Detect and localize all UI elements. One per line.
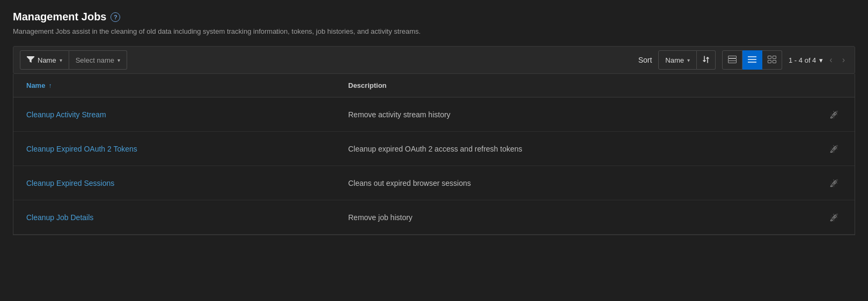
column-description-header: Description <box>348 81 842 89</box>
rocket-icon <box>829 143 838 154</box>
svg-rect-7 <box>773 56 776 58</box>
sort-direction-button[interactable] <box>697 50 716 70</box>
select-name-chevron-icon: ▾ <box>117 57 120 63</box>
sort-direction-icon <box>702 56 710 65</box>
svg-rect-2 <box>729 61 737 63</box>
view-detail-button[interactable] <box>722 50 742 70</box>
sort-control: Name ▾ <box>658 50 716 70</box>
svg-rect-8 <box>768 60 771 63</box>
sort-field-button[interactable]: Name ▾ <box>658 50 697 70</box>
help-icon[interactable]: ? <box>111 12 120 22</box>
svg-rect-6 <box>768 56 771 58</box>
page-subtitle: Management Jobs assist in the cleaning o… <box>13 27 855 35</box>
toolbar-right: Sort Name ▾ <box>638 50 848 70</box>
sort-field-label: Name <box>665 56 684 64</box>
toolbar: Name ▾ Select name ▾ Sort Name ▾ <box>13 46 855 74</box>
view-list-button[interactable] <box>742 50 762 70</box>
launch-button[interactable] <box>826 175 842 191</box>
row-description: Cleanup expired OAuth 2 access and refre… <box>348 145 826 153</box>
pagination-dropdown[interactable]: ▾ <box>819 56 823 64</box>
row-description: Cleans out expired browser sessions <box>348 179 826 187</box>
svg-rect-0 <box>729 56 737 58</box>
sort-arrow-icon: ↑ <box>48 82 52 89</box>
rocket-icon <box>829 212 838 222</box>
row-name-link[interactable]: Cleanup Expired OAuth 2 Tokens <box>26 145 348 153</box>
sort-field-chevron-icon: ▾ <box>687 57 690 63</box>
table-row: Cleanup Activity Stream Remove activity … <box>13 97 855 132</box>
row-actions <box>826 141 842 156</box>
row-actions <box>826 175 842 191</box>
filter-button[interactable]: Name ▾ <box>20 50 69 70</box>
pagination-chevron-icon: ▾ <box>819 56 823 64</box>
data-table: Name ↑ Description Cleanup Activity Stre… <box>13 74 855 235</box>
pagination-prev-button[interactable]: ‹ <box>826 53 835 67</box>
column-name-header[interactable]: Name ↑ <box>26 81 348 89</box>
view-buttons <box>722 50 782 70</box>
row-actions <box>826 107 842 122</box>
page-header: Management Jobs ? Management Jobs assist… <box>13 11 855 35</box>
select-name-label: Select name <box>76 56 114 64</box>
rocket-icon <box>829 177 838 188</box>
table-row: Cleanup Expired Sessions Cleans out expi… <box>13 166 855 200</box>
row-description: Remove activity stream history <box>348 110 826 119</box>
launch-button[interactable] <box>826 209 842 225</box>
svg-rect-9 <box>773 60 776 63</box>
table-row: Cleanup Expired OAuth 2 Tokens Cleanup e… <box>13 132 855 166</box>
filter-label: Name <box>38 56 56 64</box>
page-title-row: Management Jobs ? <box>13 11 855 23</box>
launch-button[interactable] <box>826 141 842 156</box>
row-name-link[interactable]: Cleanup Expired Sessions <box>26 179 348 187</box>
view-card-icon <box>768 56 776 65</box>
launch-button[interactable] <box>826 107 842 122</box>
row-description: Remove job history <box>348 213 826 222</box>
pagination-next-button[interactable]: › <box>839 53 848 67</box>
page-container: Management Jobs ? Management Jobs assist… <box>0 0 868 235</box>
row-actions <box>826 209 842 225</box>
page-title: Management Jobs <box>13 11 106 23</box>
select-name-button[interactable]: Select name ▾ <box>69 50 127 70</box>
row-name-link[interactable]: Cleanup Activity Stream <box>26 110 348 119</box>
view-detail-icon <box>728 56 737 65</box>
sort-label: Sort <box>638 56 652 64</box>
svg-rect-1 <box>729 58 737 61</box>
pagination: 1 - 4 of 4 ▾ ‹ › <box>789 53 848 67</box>
column-name-label: Name <box>26 81 45 89</box>
pagination-info: 1 - 4 of 4 <box>789 56 816 64</box>
filter-icon <box>27 56 34 64</box>
rocket-icon <box>829 109 838 119</box>
table-row: Cleanup Job Details Remove job history <box>13 200 855 235</box>
filter-chevron-icon: ▾ <box>60 57 62 63</box>
table-header: Name ↑ Description <box>13 74 855 97</box>
view-card-button[interactable] <box>762 50 782 70</box>
row-name-link[interactable]: Cleanup Job Details <box>26 213 348 222</box>
view-list-icon <box>748 56 756 65</box>
toolbar-left: Name ▾ Select name ▾ <box>20 50 127 70</box>
